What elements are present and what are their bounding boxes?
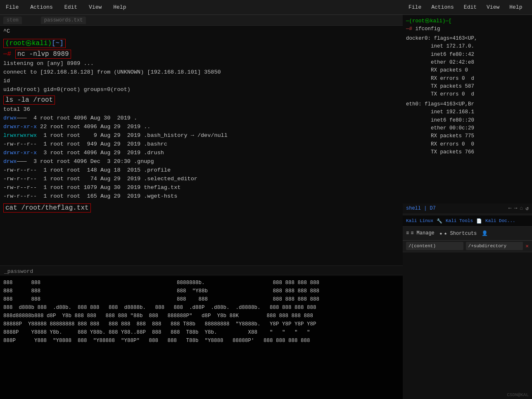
shell-section: shell | D7 ← → ⌂ ↺ [403, 203, 532, 214]
right-divider-1 [403, 215, 532, 215]
flag-art-line-6: 88888P Y88888 88888888 888 888 888 888 8… [3, 320, 399, 328]
nav-refresh-btn[interactable]: ↺ [525, 205, 529, 212]
menu-help[interactable]: Help [111, 2, 128, 12]
ifconfig-eth0-ether: ether 00:0c:29 [406, 124, 529, 132]
nav-back-btn[interactable]: ← [508, 205, 512, 211]
menu-actions[interactable]: Actions [28, 2, 55, 12]
ifconfig-tx-packets: TX packets 587 [406, 83, 529, 91]
kali-tools-link[interactable]: Kali Tools [446, 218, 473, 224]
link-separator-1: 🔧 [437, 218, 442, 224]
prompt-box: (root㉿kali)[~] [3, 39, 66, 48]
flag-art-line-3: 888 888 888 888 888 888 888 888 [3, 295, 399, 303]
ifconfig-ether-1: ether 02:42:e8 [406, 59, 529, 67]
right-prompt-2: —# ifconfig [406, 25, 529, 33]
prompt-hash: ─# [3, 50, 11, 58]
right-menu-bar: File Actions Edit View Help [403, 0, 532, 15]
ifconfig-inet: inet 172.17.0. [406, 43, 529, 50]
ifconfig-eth0-rx-errors: RX errors 0 0 [406, 141, 529, 148]
kali-linux-link[interactable]: Kali Linux [406, 218, 433, 224]
link-separator-2: 📄 [476, 218, 482, 224]
right-lower-content: /(content) /+subdirectory ✕ [403, 241, 532, 399]
flag-art-line-1: 888 888 8888888b. 888 888 888 888 [3, 279, 399, 287]
prompt-line: (root㉿kali)[~] [3, 38, 399, 49]
ls-command-box: ls -la /root [3, 96, 55, 105]
user-button[interactable]: 👤 [482, 230, 488, 237]
cat-command-line: cat /root/theflag.txt [3, 203, 399, 214]
right-terminal-panel: File Actions Edit View Help —(root㉿kali)… [403, 0, 532, 399]
ifconfig-eth0: eth0: flags=4163<UP,Br [406, 100, 529, 108]
content-input[interactable]: /(content) [406, 242, 463, 250]
ifconfig-inet6-1: inet6 fe80::42 [406, 51, 529, 59]
uid-line: uid=0(root) gid=0(root) groups=0(root) [3, 86, 399, 94]
ls-line-parent: drwxr-xr-x 22 root root 4096 Aug 29 2019… [3, 123, 399, 131]
password-label: _password [4, 268, 33, 275]
manage-label: ≡ Manage [411, 230, 435, 236]
ls-line-current: drwx——— 4 root root 4096 Aug 30 2019 . [3, 114, 399, 123]
menu-edit[interactable]: Edit [62, 2, 80, 12]
right-menu-view[interactable]: View [484, 2, 502, 12]
flag-art-line-5: 888d88888b888 d8P Y8b 888 888 888 888 "8… [3, 312, 399, 320]
flag-art-line-7: 8888P Y8888 Y8b. 888 Y88b. 888 Y88..88P … [3, 328, 399, 337]
right-prompt-1: —(root㉿kali)—[ [406, 17, 529, 25]
flag-art-line-4: 888 d888b 888 .d88b. 888 888 888 d8888b.… [3, 303, 399, 312]
listening-line: listening on [any] 8989 ... [3, 60, 399, 68]
right-menu-help[interactable]: Help [507, 2, 525, 12]
prompt-user: (root㉿kali) [5, 40, 52, 47]
id-line: id [3, 77, 399, 86]
star-icon: ★ [439, 230, 442, 237]
menu-view[interactable]: View [86, 2, 104, 12]
left-menu-bar: File Actions Edit View Help [0, 0, 403, 15]
tab-stem[interactable]: stem [3, 17, 22, 24]
ls-line-theflag: -rw-r--r-- 1 root root 1079 Aug 30 2019 … [3, 184, 399, 192]
ifconfig-eth0-tx-packets: TX packets 766 [406, 148, 529, 156]
tab-passwords[interactable]: passwords.txt [41, 17, 86, 24]
ls-line-bashrc: -rw-r--r-- 1 root root 949 Aug 29 2019 .… [3, 140, 399, 149]
flag-art-line-8: 888P Y888 "Y8888 888 "Y88888 "Y88P" 888 … [3, 337, 399, 345]
ls-line-profile: -rw-r--r-- 1 root root 148 Aug 18 2015 .… [3, 166, 399, 175]
manage-button[interactable]: ≡ ≡ Manage [406, 230, 435, 236]
menu-file[interactable]: File [3, 2, 21, 12]
ls-command-line: ls -la /root [3, 95, 399, 106]
ifconfig-eth0-inet: inet 192.168.1 [406, 108, 529, 116]
ifconfig-rx-errors: RX errors 0 d [406, 75, 529, 83]
right-browser-section: Kali Linux 🔧 Kali Tools 📄 Kali Doc... ≡ … [403, 216, 532, 399]
ls-line-bash-history: lrwxrwxrwx 1 root root 9 Aug 29 2019 .ba… [3, 131, 399, 140]
manage-bar: ≡ ≡ Manage ★ ★ Shortcuts 👤 [403, 227, 532, 241]
command-line-1: ─# nc -nlvp 8989 [3, 49, 399, 60]
nav-forward-btn[interactable]: → [514, 205, 518, 211]
ls-line-selected: -rw-r--r-- 1 root root 74 Aug 29 2019 .s… [3, 175, 399, 184]
right-menu-file[interactable]: File [406, 2, 424, 12]
close-icon[interactable]: ✕ [525, 243, 529, 249]
ls-total: total 36 [3, 105, 399, 114]
kali-doc-link[interactable]: Kali Doc... [485, 218, 515, 224]
nc-command-box: nc -nlvp 8989 [15, 50, 71, 59]
shortcuts-label: ★ Shortcuts [444, 230, 477, 237]
ifconfig-eth0-rx-packets: RX packets 775 [406, 132, 529, 140]
right-menu-edit[interactable]: Edit [461, 2, 479, 12]
shortcuts-button[interactable]: ★ ★ Shortcuts [439, 230, 477, 237]
watermark: CSDN@KAL [507, 392, 529, 397]
cat-command-box: cat /root/theflag.txt [3, 203, 91, 213]
flag-art-section: 888 888 8888888b. 888 888 888 888 888 88… [0, 275, 403, 399]
connect-line: connect to [192.168.18.128] from (UNKNOW… [3, 68, 399, 77]
ls-line-gnupg: drwx——— 3 root root 4096 Dec 3 20:30 .gn… [3, 158, 399, 166]
ifconfig-rx-packets: RX packets 0 [406, 67, 529, 74]
left-terminal-panel: File Actions Edit View Help stem passwor… [0, 0, 403, 399]
input-bar: /(content) /+subdirectory ✕ [403, 241, 532, 252]
shell-label: shell | D7 [406, 205, 436, 211]
user-icon: 👤 [482, 230, 488, 237]
browser-links-bar: Kali Linux 🔧 Kali Tools 📄 Kali Doc... [403, 216, 532, 227]
ctrl-c-line: ^C [3, 28, 399, 34]
ifconfig-docker0: docker0: flags=4163<UP, [406, 35, 529, 43]
manage-icon: ≡ [406, 230, 409, 236]
left-tab-bar: stem passwords.txt [0, 15, 403, 26]
right-menu-actions[interactable]: Actions [429, 2, 456, 12]
subdirectory-input[interactable]: /+subdirectory [466, 242, 523, 250]
ifconfig-tx-errors: TX errors 0 d [406, 91, 529, 98]
nav-home-icon: ⌂ [520, 205, 523, 211]
ifconfig-eth0-inet6: inet6 fe80::20 [406, 117, 529, 124]
ls-line-drush: drwxr-xr-x 3 root root 4096 Aug 29 2019 … [3, 149, 399, 158]
prompt-dir: [~] [52, 40, 64, 47]
ls-line-wget: -rw-r--r-- 1 root root 165 Aug 29 2019 .… [3, 192, 399, 201]
right-terminal-content: —(root㉿kali)—[ —# ifconfig docker0: flag… [403, 15, 532, 203]
